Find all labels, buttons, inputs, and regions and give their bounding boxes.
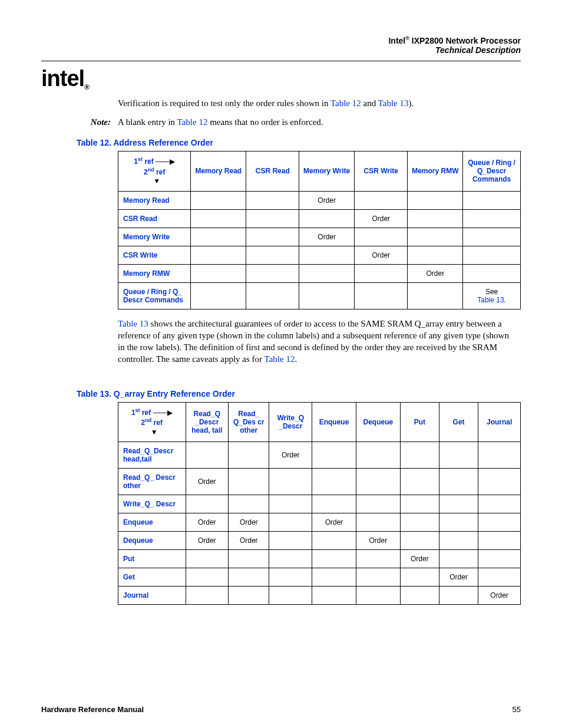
cell <box>186 442 229 469</box>
cell <box>191 228 246 246</box>
cell <box>186 550 229 568</box>
brand: Intel <box>388 36 405 45</box>
text: means that no order is enforced. <box>207 117 323 127</box>
col-header: Memory RMW <box>408 151 463 191</box>
cell <box>269 568 312 587</box>
note-label: Note: <box>41 117 118 127</box>
table-row: CSR ReadOrder <box>118 209 521 228</box>
cell <box>312 532 356 550</box>
cell <box>478 532 521 550</box>
cell <box>299 246 355 264</box>
cell <box>246 209 299 228</box>
cell: Order <box>408 264 463 282</box>
text: ). <box>409 98 414 108</box>
cell <box>400 587 439 605</box>
link-table13[interactable]: Table 13 <box>477 296 504 304</box>
cell <box>463 209 521 228</box>
table-row: GetOrder <box>118 568 521 587</box>
cell <box>299 282 355 309</box>
cell <box>246 228 299 246</box>
cell <box>400 442 439 469</box>
cell <box>408 209 463 228</box>
cell <box>312 495 356 513</box>
subtitle: Technical Description <box>435 45 521 55</box>
cell <box>269 513 312 532</box>
cell: Order <box>269 442 312 469</box>
cell <box>312 442 356 469</box>
cell <box>191 282 246 309</box>
cell <box>408 282 463 309</box>
cell <box>312 568 356 587</box>
table-row: Read_Q_ Descr otherOrder <box>118 469 521 495</box>
cell <box>439 532 478 550</box>
text: and <box>361 98 378 108</box>
text: Verification is required to test only th… <box>118 98 330 108</box>
cell <box>356 568 400 587</box>
cell <box>439 550 478 568</box>
link-table12[interactable]: Table 12 <box>177 117 208 127</box>
reg-mark: ® <box>405 35 409 41</box>
cell <box>186 587 229 605</box>
cell <box>229 568 269 587</box>
cell <box>229 442 269 469</box>
link-table13[interactable]: Table 13 <box>378 98 409 108</box>
col-header: Dequeue <box>356 402 400 442</box>
cell: Order <box>355 209 408 228</box>
cell: Order <box>229 532 269 550</box>
col-header: Enqueue <box>312 402 356 442</box>
link-table12[interactable]: Table 12 <box>265 354 295 364</box>
cell <box>408 246 463 264</box>
cell <box>191 191 246 209</box>
col-header: Put <box>400 402 439 442</box>
arrow-right-icon: ——▶ <box>156 157 175 166</box>
cell <box>186 568 229 587</box>
row-header: Queue / Ring / Q_ Descr Commands <box>118 282 191 309</box>
table-row: JournalOrder <box>118 587 521 605</box>
col-header: Read_Q _Descr head, tail <box>186 402 229 442</box>
link-table12[interactable]: Table 12 <box>330 98 361 108</box>
cell <box>269 495 312 513</box>
cell <box>229 495 269 513</box>
row-header: Memory Read <box>118 191 191 209</box>
page-number: 55 <box>513 705 521 714</box>
table-row: Write_Q_ Descr <box>118 495 521 513</box>
table-12: 1st ref ——▶ 2nd ref ▼ Memory Read CSR Re… <box>118 151 521 309</box>
col-header: Queue / Ring / Q_Descr Commands <box>463 151 521 191</box>
cell <box>356 442 400 469</box>
cell: Order <box>186 469 229 495</box>
cell: Order <box>355 246 408 264</box>
cell <box>400 513 439 532</box>
cell <box>246 264 299 282</box>
footer-left: Hardware Reference Manual <box>41 705 144 714</box>
cell: Order <box>356 532 400 550</box>
row-header: Memory Write <box>118 228 191 246</box>
table12-caption: Table 12. Address Reference Order <box>77 138 521 147</box>
cell <box>186 495 229 513</box>
cell <box>356 469 400 495</box>
cell <box>355 191 408 209</box>
logo-text: intel <box>41 66 84 91</box>
page-footer: Hardware Reference Manual 55 <box>41 705 521 714</box>
row-header: Dequeue <box>118 532 186 550</box>
cell <box>478 513 521 532</box>
cell <box>356 587 400 605</box>
cell <box>269 469 312 495</box>
cell <box>439 442 478 469</box>
cell <box>408 191 463 209</box>
table-row: EnqueueOrderOrderOrder <box>118 513 521 532</box>
cell <box>246 191 299 209</box>
cell <box>478 469 521 495</box>
cell: Order <box>312 513 356 532</box>
cell <box>463 264 521 282</box>
cell <box>463 246 521 264</box>
cell <box>439 495 478 513</box>
cell <box>269 587 312 605</box>
link-table13[interactable]: Table 13 <box>118 319 148 328</box>
text: . <box>295 354 297 364</box>
row-header: CSR Read <box>118 209 191 228</box>
table-row: Queue / Ring / Q_ Descr CommandsSeeTable… <box>118 282 521 309</box>
cell <box>229 587 269 605</box>
cell <box>439 469 478 495</box>
text: shows the architectural guarantees of or… <box>118 319 509 364</box>
corner-header: 1st ref ——▶ 2nd ref ▼ <box>118 402 186 442</box>
